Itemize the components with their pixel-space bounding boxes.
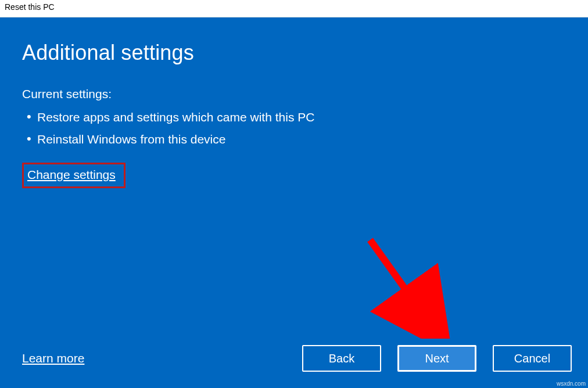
cancel-button[interactable]: Cancel xyxy=(493,345,572,372)
back-button[interactable]: Back xyxy=(302,345,381,372)
page-heading: Additional settings xyxy=(22,41,566,65)
footer-bar: Learn more Back Next Cancel xyxy=(22,345,572,372)
window-titlebar: Reset this PC xyxy=(0,0,588,17)
arrow-annotation-icon xyxy=(358,234,451,339)
button-row: Back Next Cancel xyxy=(302,345,572,372)
current-settings-label: Current settings: xyxy=(22,87,566,101)
list-item: Reinstall Windows from this device xyxy=(24,132,566,146)
next-button[interactable]: Next xyxy=(397,345,476,372)
window-title: Reset this PC xyxy=(5,2,55,12)
list-item: Restore apps and settings which came wit… xyxy=(24,110,566,124)
watermark-text: wsxdn.com xyxy=(557,380,586,387)
current-settings-list: Restore apps and settings which came wit… xyxy=(24,110,566,146)
change-settings-highlight: Change settings xyxy=(22,163,126,188)
svg-line-1 xyxy=(370,240,428,321)
content-panel: Additional settings Current settings: Re… xyxy=(0,17,588,388)
learn-more-link[interactable]: Learn more xyxy=(22,351,84,365)
change-settings-link[interactable]: Change settings xyxy=(27,168,116,181)
